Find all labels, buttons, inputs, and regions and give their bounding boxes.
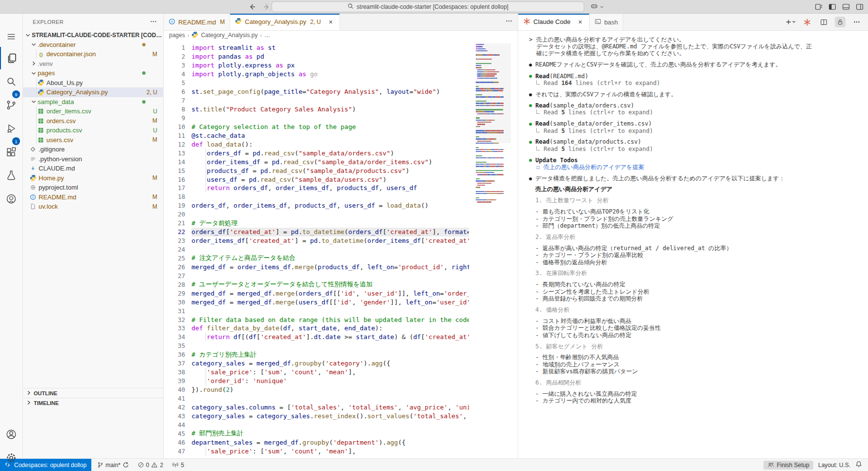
tree-item-sample_data[interactable]: sample_data (23, 97, 163, 107)
tree-item-pyproject.toml[interactable]: pyproject.toml (23, 183, 163, 193)
chevron-down-icon (599, 2, 604, 11)
claude-item-line: - 値下げしても売れない商品の特定 (529, 332, 863, 339)
claude-item-line: - カテゴリー内での相対的な人気度 (529, 398, 863, 405)
finish-setup-label: Finish Setup (777, 462, 809, 469)
more-actions-icon[interactable] (851, 17, 862, 27)
claude-tool-line: ●Read(README.md) (529, 73, 863, 80)
timeline-section[interactable]: TIMELINE (23, 398, 163, 407)
tree-item-.python-version[interactable]: .python-version (23, 154, 163, 164)
branch-indicator[interactable]: main* (94, 460, 132, 471)
explorer-sidebar: EXPLORER STREAMLIT-CLAUDE-CODE-STARTER [… (23, 14, 164, 458)
tree-item-.gitignore[interactable]: .gitignore (23, 145, 163, 154)
lock-icon[interactable] (835, 17, 846, 27)
tree-item-orders.csv[interactable]: orders.csvM (23, 116, 163, 126)
sidebar-item-explorer[interactable] (0, 47, 22, 69)
claude-code-terminal[interactable]: > 売上の悪い商品を分析するアイデアを出してください。データセットの説明は、@R… (518, 31, 868, 458)
back-icon[interactable] (248, 3, 256, 11)
breadcrumb-folder[interactable]: pages (169, 32, 185, 39)
scm-badge: 9 (12, 90, 20, 98)
code-line-36: 36# カテゴリ別売上集計 (164, 350, 469, 359)
tab-readme[interactable]: README.md M (164, 14, 230, 30)
toggle-secondary-sidebar-icon[interactable] (855, 2, 864, 11)
copilot-menu[interactable] (590, 2, 604, 12)
sidebar-item-github[interactable] (0, 188, 22, 210)
sidebar-item-extensions[interactable]: 1 (0, 141, 22, 163)
claude-msg-line: ●それでは、実際のCSVファイルの構造を確認します。 (529, 91, 863, 98)
tab-problems-badge: 2, U (310, 19, 321, 25)
customize-layout-icon[interactable] (814, 2, 823, 11)
sidebar-item-source-control[interactable]: 9 (0, 94, 22, 116)
code-line-23: 23order_items_df['created_at'] = pd.to_d… (164, 236, 469, 245)
code-line-13: 13 orders_df = pd.read_csv("sample_data/… (164, 149, 469, 157)
tab-label: bash (604, 19, 618, 26)
account-icon[interactable] (0, 423, 22, 446)
claude-result-line: Read 5 lines (ctrl+r to expand) (529, 146, 863, 152)
tab-category-analysis[interactable]: Category_Analysis.py 2, U × (230, 14, 340, 30)
claude-todo-line[interactable]: ☐ 売上の悪い商品分析のアイデアを提案 (529, 164, 863, 171)
breadcrumb-file[interactable]: Category_Analysis.py (201, 32, 257, 39)
tree-item-devcontainer.json[interactable]: {}devcontainer.jsonM (23, 49, 163, 59)
claude-msg-line: ●データ構造を把握しました。売上の悪い商品を分析するためのアイデアを以下に提案し… (529, 175, 863, 182)
code-line-41: 41 (164, 394, 469, 403)
code-editor[interactable]: 1import streamlit as st2import pandas as… (164, 40, 518, 458)
ports-indicator[interactable]: 5 (169, 460, 187, 471)
tree-item-Home.py[interactable]: Home.pyM (23, 173, 163, 183)
code-line-39: 39 'order_id': 'nunique' (164, 377, 469, 385)
code-line-19: 19orders_df, order_items_df, products_df… (164, 201, 469, 210)
command-center-search[interactable]: streamlit-claude-code-starter [Codespace… (272, 1, 584, 12)
code-line-24: 24 (164, 245, 469, 254)
sidebar-item-testing[interactable] (0, 164, 22, 187)
claude-asterisk-icon[interactable] (802, 17, 812, 27)
code-line-17: 17 return orders_df, order_items_df, pro… (164, 184, 469, 193)
claude-item-line: - 価格帯別の返品傾向分析 (529, 259, 863, 266)
tree-item-pages[interactable]: pages (23, 68, 163, 78)
problems-indicator[interactable]: 0 2 (135, 460, 166, 471)
tree-item-CLAUDE.md[interactable]: CLAUDE.md (23, 164, 163, 173)
code-line-25: 25# 注文アイテムと商品データを結合 (164, 254, 469, 263)
bell-icon[interactable] (855, 461, 862, 469)
editor-actions-icon[interactable] (505, 17, 513, 27)
settings-gear-icon[interactable] (0, 447, 22, 469)
claude-section-line: 2. 返品率分析 (529, 234, 863, 240)
code-line-27: 27 (164, 271, 469, 280)
tab-label: Claude Code (533, 18, 571, 25)
explorer-actions-icon[interactable] (149, 18, 157, 26)
breadcrumb-symbol[interactable]: … (264, 32, 270, 39)
claude-section-line: 6. 商品相関分析 (529, 379, 863, 386)
code-line-1: 1import streamlit as st (164, 43, 469, 52)
outline-section[interactable]: OUTLINE (23, 388, 163, 398)
menu-button[interactable] (0, 25, 22, 48)
layout-indicator[interactable]: Layout: U.S. (818, 462, 850, 469)
tree-item-order_items.csv[interactable]: order_items.csvU (23, 107, 163, 116)
toggle-primary-sidebar-icon[interactable] (828, 2, 837, 11)
sidebar-item-search[interactable] (0, 70, 22, 93)
new-terminal-button[interactable] (785, 17, 796, 27)
minimap[interactable] (476, 43, 511, 203)
tree-item-About_Us.py[interactable]: About_Us.py (23, 78, 163, 88)
tree-item-users.csv[interactable]: users.csvM (23, 135, 163, 145)
claude-item-line: - 新規顧客vs既存顧客の購買パターン (529, 368, 863, 375)
claude-tool-line: ●Read(sample_data/products.csv) (529, 138, 863, 145)
tree-item-products.csv[interactable]: products.csvU (23, 126, 163, 135)
code-line-44: 44 (164, 420, 469, 429)
close-icon[interactable]: × (327, 18, 335, 26)
split-terminal-icon[interactable] (818, 17, 829, 27)
tree-item-.venv[interactable]: .venv (23, 59, 163, 69)
tree-item-Category_Analysis.py[interactable]: Category_Analysis.py2, U (23, 87, 163, 97)
breadcrumb[interactable]: pages › Category_Analysis.py › … (164, 31, 518, 40)
sidebar-item-run-debug[interactable] (0, 117, 22, 140)
tree-item-.devcontainer[interactable]: .devcontainer (23, 40, 163, 50)
code-line-42: 42category_sales.columns = ['total_sales… (164, 403, 469, 411)
finish-setup-button[interactable]: Finish Setup (763, 461, 813, 470)
tree-item-README.md[interactable]: README.mdM (23, 193, 163, 202)
code-line-31: 31 (164, 306, 469, 315)
toggle-panel-icon[interactable] (842, 2, 850, 11)
close-icon[interactable]: × (576, 18, 584, 26)
tree-item-root[interactable]: STREAMLIT-CLAUDE-CODE-STARTER [CODESP... (23, 30, 163, 40)
tab-bash[interactable]: bash (590, 14, 623, 30)
info-icon (169, 18, 175, 26)
tab-claude-code[interactable]: Claude Code × (518, 14, 590, 30)
tree-item-uv.lock[interactable]: uv.lockM (23, 202, 163, 212)
chevron-right-icon (25, 399, 33, 407)
forward-icon[interactable] (263, 3, 271, 11)
